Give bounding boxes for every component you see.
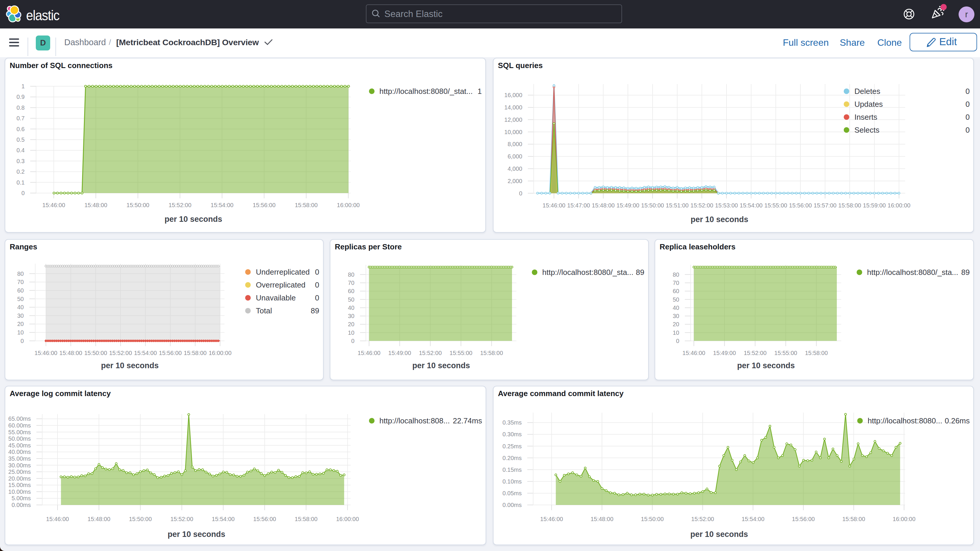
svg-text:per 10 seconds: per 10 seconds [412,361,470,370]
svg-text:Total: Total [256,306,272,315]
svg-text:0: 0 [966,100,970,108]
svg-text:15.00ms: 15.00ms [8,482,31,488]
svg-text:0: 0 [519,190,522,197]
svg-text:0: 0 [21,338,24,344]
svg-text:20.00ms: 20.00ms [8,475,31,482]
svg-text:15:58:00: 15:58:00 [295,202,318,208]
svg-text:http://localhost:8080/_sta...: http://localhost:8080/_sta... [867,268,958,277]
svg-text:15:48:00: 15:48:00 [84,202,107,208]
svg-text:http://localhost:8080/_stat...: http://localhost:8080/_stat... [379,87,473,96]
svg-text:15:56:00: 15:56:00 [253,202,275,208]
svg-text:1: 1 [21,83,25,89]
svg-text:15:54:00: 15:54:00 [740,202,762,209]
svg-text:per 10 seconds: per 10 seconds [691,215,748,224]
svg-text:0.00ms: 0.00ms [502,502,522,508]
svg-text:15:55:00: 15:55:00 [450,350,473,356]
svg-text:15:52:00: 15:52:00 [691,516,714,522]
svg-text:Unavailable: Unavailable [256,293,296,302]
svg-text:10: 10 [673,330,679,336]
svg-text:15:55:00: 15:55:00 [774,350,797,356]
svg-text:50: 50 [18,296,24,302]
svg-text:80: 80 [673,271,679,278]
svg-text:15:48:00: 15:48:00 [59,350,82,356]
svg-text:60: 60 [673,288,679,294]
svg-text:15:49:00: 15:49:00 [713,350,736,356]
svg-text:55.00ms: 55.00ms [8,429,31,435]
svg-text:15:46:00: 15:46:00 [542,202,565,209]
svg-text:20: 20 [18,321,24,327]
svg-text:25.00ms: 25.00ms [8,468,31,475]
svg-text:Overreplicated: Overreplicated [256,280,305,289]
svg-text:15:50:00: 15:50:00 [126,202,150,208]
svg-text:16:00:00: 16:00:00 [888,202,910,209]
svg-text:http://localhost:8080...: http://localhost:8080... [868,416,942,425]
svg-text:16,000: 16,000 [504,92,522,98]
svg-text:15:46:00: 15:46:00 [35,350,57,356]
svg-text:16:00:00: 16:00:00 [208,350,232,356]
svg-text:4,000: 4,000 [508,166,522,172]
svg-text:15:52:00: 15:52:00 [690,202,713,209]
svg-text:15:52:00: 15:52:00 [419,350,442,356]
svg-text:15:54:00: 15:54:00 [211,202,234,208]
svg-text:89: 89 [311,306,319,315]
svg-text:0.1: 0.1 [16,179,25,186]
svg-text:0.05ms: 0.05ms [502,490,522,497]
svg-text:15:58:00: 15:58:00 [294,516,318,522]
svg-text:Underreplicated: Underreplicated [256,268,310,276]
svg-text:40: 40 [348,304,355,311]
svg-text:22.74ms: 22.74ms [453,416,482,425]
svg-text:0: 0 [315,268,319,276]
svg-text:15:48:00: 15:48:00 [88,516,110,522]
svg-text:50: 50 [673,296,679,303]
svg-text:30: 30 [348,313,355,319]
svg-text:30: 30 [673,313,679,319]
svg-text:5.00ms: 5.00ms [11,495,31,502]
svg-text:per 10 seconds: per 10 seconds [101,361,159,370]
svg-text:0.30ms: 0.30ms [502,431,522,438]
svg-text:0.2: 0.2 [16,169,25,175]
svg-text:16:00:00: 16:00:00 [337,202,360,208]
svg-text:15:54:00: 15:54:00 [741,516,764,522]
svg-text:Inserts: Inserts [854,113,877,121]
svg-text:2,000: 2,000 [508,178,522,184]
svg-text:80: 80 [18,271,24,277]
svg-text:15:46:00: 15:46:00 [46,516,69,522]
svg-text:0.7: 0.7 [16,115,25,121]
svg-text:15:55:00: 15:55:00 [764,202,787,209]
svg-text:15:50:00: 15:50:00 [84,350,107,356]
svg-text:0.10ms: 0.10ms [502,478,522,485]
svg-text:15:54:00: 15:54:00 [212,516,235,522]
svg-text:70: 70 [18,279,24,285]
svg-text:0.20ms: 0.20ms [502,455,522,461]
svg-text:60.00ms: 60.00ms [8,422,31,428]
svg-text:12,000: 12,000 [504,116,522,123]
svg-text:per 10 seconds: per 10 seconds [167,530,225,539]
svg-text:15:48:00: 15:48:00 [592,202,615,209]
svg-text:89: 89 [636,268,644,277]
svg-text:15:50:00: 15:50:00 [129,516,152,522]
svg-text:6,000: 6,000 [508,153,522,159]
svg-text:40: 40 [673,304,679,311]
svg-text:15:49:00: 15:49:00 [616,202,640,209]
svg-text:0.35ms: 0.35ms [502,419,522,426]
svg-text:15:46:00: 15:46:00 [682,350,705,356]
svg-text:15:56:00: 15:56:00 [159,350,182,356]
svg-text:50.00ms: 50.00ms [8,435,31,442]
svg-text:0.8: 0.8 [16,104,25,111]
svg-text:15:58:00: 15:58:00 [842,516,865,522]
svg-text:20: 20 [348,321,355,327]
svg-text:40: 40 [18,304,24,311]
svg-text:80: 80 [348,271,355,278]
svg-text:per 10 seconds: per 10 seconds [690,530,748,539]
svg-text:15:58:00: 15:58:00 [184,350,207,356]
svg-text:89: 89 [961,268,970,277]
svg-text:15:57:00: 15:57:00 [814,202,837,209]
svg-text:0: 0 [966,126,970,134]
svg-text:http://localhost:8080/_sta...: http://localhost:8080/_sta... [542,268,633,277]
svg-text:30.00ms: 30.00ms [8,462,31,468]
svg-text:0.3: 0.3 [16,158,25,164]
svg-text:70: 70 [348,280,355,286]
svg-text:15:46:00: 15:46:00 [42,202,65,208]
svg-text:65.00ms: 65.00ms [8,416,31,422]
svg-text:10: 10 [348,330,355,336]
